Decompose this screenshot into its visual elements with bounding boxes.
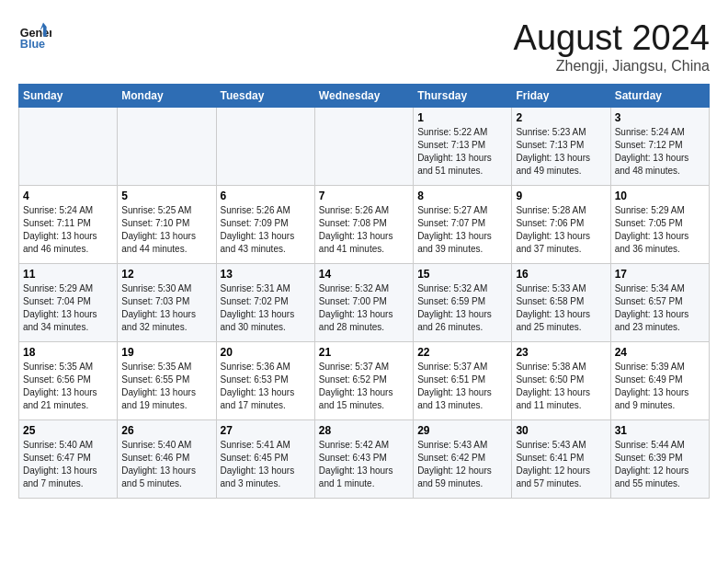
day-cell: 9Sunrise: 5:28 AM Sunset: 7:06 PM Daylig… <box>512 186 610 264</box>
day-info: Sunrise: 5:37 AM Sunset: 6:52 PM Dayligh… <box>319 361 409 412</box>
day-info: Sunrise: 5:27 AM Sunset: 7:07 PM Dayligh… <box>417 204 507 256</box>
day-number: 23 <box>516 346 606 359</box>
day-number: 15 <box>417 268 507 281</box>
calendar-header: Sunday Monday Tuesday Wednesday Thursday… <box>19 85 710 108</box>
col-saturday: Saturday <box>610 85 709 108</box>
col-wednesday: Wednesday <box>314 85 413 108</box>
day-number: 28 <box>319 424 409 437</box>
day-number: 5 <box>121 190 211 202</box>
header-row: Sunday Monday Tuesday Wednesday Thursday… <box>19 85 710 108</box>
day-info: Sunrise: 5:40 AM Sunset: 6:46 PM Dayligh… <box>121 439 211 490</box>
day-cell: 14Sunrise: 5:32 AM Sunset: 7:00 PM Dayli… <box>314 264 413 342</box>
day-info: Sunrise: 5:23 AM Sunset: 7:13 PM Dayligh… <box>516 126 606 178</box>
day-cell: 17Sunrise: 5:34 AM Sunset: 6:57 PM Dayli… <box>610 264 709 342</box>
day-cell: 23Sunrise: 5:38 AM Sunset: 6:50 PM Dayli… <box>512 342 610 420</box>
week-row-2: 4Sunrise: 5:24 AM Sunset: 7:11 PM Daylig… <box>19 186 710 264</box>
day-info: Sunrise: 5:40 AM Sunset: 6:47 PM Dayligh… <box>23 439 113 490</box>
day-number: 25 <box>23 424 113 437</box>
day-info: Sunrise: 5:44 AM Sunset: 6:39 PM Dayligh… <box>615 439 705 490</box>
day-number: 4 <box>23 190 113 202</box>
day-number: 18 <box>23 346 113 359</box>
day-cell: 1Sunrise: 5:22 AM Sunset: 7:13 PM Daylig… <box>414 108 512 186</box>
day-info: Sunrise: 5:30 AM Sunset: 7:03 PM Dayligh… <box>121 282 211 334</box>
day-cell: 2Sunrise: 5:23 AM Sunset: 7:13 PM Daylig… <box>512 108 610 186</box>
day-cell: 12Sunrise: 5:30 AM Sunset: 7:03 PM Dayli… <box>118 264 216 342</box>
day-number: 21 <box>319 346 409 359</box>
day-cell: 6Sunrise: 5:26 AM Sunset: 7:09 PM Daylig… <box>216 186 314 264</box>
day-info: Sunrise: 5:32 AM Sunset: 7:00 PM Dayligh… <box>319 282 409 334</box>
day-info: Sunrise: 5:39 AM Sunset: 6:49 PM Dayligh… <box>615 361 705 412</box>
day-cell: 13Sunrise: 5:31 AM Sunset: 7:02 PM Dayli… <box>216 264 314 342</box>
day-cell: 7Sunrise: 5:26 AM Sunset: 7:08 PM Daylig… <box>314 186 413 264</box>
day-info: Sunrise: 5:41 AM Sunset: 6:45 PM Dayligh… <box>221 439 311 490</box>
day-info: Sunrise: 5:26 AM Sunset: 7:08 PM Dayligh… <box>319 204 409 256</box>
day-info: Sunrise: 5:33 AM Sunset: 6:58 PM Dayligh… <box>516 282 606 334</box>
day-number: 13 <box>221 268 311 281</box>
day-cell: 26Sunrise: 5:40 AM Sunset: 6:46 PM Dayli… <box>118 420 216 499</box>
day-cell: 18Sunrise: 5:35 AM Sunset: 6:56 PM Dayli… <box>19 342 118 420</box>
day-info: Sunrise: 5:35 AM Sunset: 6:55 PM Dayligh… <box>121 361 211 412</box>
day-info: Sunrise: 5:26 AM Sunset: 7:09 PM Dayligh… <box>221 204 311 256</box>
day-number: 9 <box>516 190 606 202</box>
day-cell: 4Sunrise: 5:24 AM Sunset: 7:11 PM Daylig… <box>19 186 118 264</box>
day-info: Sunrise: 5:25 AM Sunset: 7:10 PM Dayligh… <box>121 204 211 256</box>
col-friday: Friday <box>512 85 610 108</box>
day-info: Sunrise: 5:32 AM Sunset: 6:59 PM Dayligh… <box>417 282 507 334</box>
day-cell: 16Sunrise: 5:33 AM Sunset: 6:58 PM Dayli… <box>512 264 610 342</box>
calendar-body: 1Sunrise: 5:22 AM Sunset: 7:13 PM Daylig… <box>19 108 710 499</box>
day-number: 30 <box>516 424 606 437</box>
day-number: 29 <box>417 424 507 437</box>
day-cell: 19Sunrise: 5:35 AM Sunset: 6:55 PM Dayli… <box>118 342 216 420</box>
day-cell: 28Sunrise: 5:42 AM Sunset: 6:43 PM Dayli… <box>314 420 413 499</box>
day-number: 14 <box>319 268 409 281</box>
day-cell <box>314 108 413 186</box>
day-cell <box>19 108 118 186</box>
logo: General Blue <box>18 18 55 52</box>
day-cell: 24Sunrise: 5:39 AM Sunset: 6:49 PM Dayli… <box>610 342 709 420</box>
svg-text:Blue: Blue <box>20 38 45 51</box>
day-info: Sunrise: 5:35 AM Sunset: 6:56 PM Dayligh… <box>23 361 113 412</box>
day-info: Sunrise: 5:42 AM Sunset: 6:43 PM Dayligh… <box>319 439 409 490</box>
day-number: 6 <box>221 190 311 202</box>
day-cell: 3Sunrise: 5:24 AM Sunset: 7:12 PM Daylig… <box>610 108 709 186</box>
day-info: Sunrise: 5:43 AM Sunset: 6:41 PM Dayligh… <box>516 439 606 490</box>
week-row-1: 1Sunrise: 5:22 AM Sunset: 7:13 PM Daylig… <box>19 108 710 186</box>
day-number: 2 <box>516 111 606 124</box>
day-cell: 31Sunrise: 5:44 AM Sunset: 6:39 PM Dayli… <box>610 420 709 499</box>
day-number: 27 <box>221 424 311 437</box>
day-info: Sunrise: 5:38 AM Sunset: 6:50 PM Dayligh… <box>516 361 606 412</box>
day-info: Sunrise: 5:29 AM Sunset: 7:04 PM Dayligh… <box>23 282 113 334</box>
day-cell: 20Sunrise: 5:36 AM Sunset: 6:53 PM Dayli… <box>216 342 314 420</box>
day-cell: 22Sunrise: 5:37 AM Sunset: 6:51 PM Dayli… <box>414 342 512 420</box>
day-number: 1 <box>417 111 507 124</box>
col-monday: Monday <box>118 85 216 108</box>
day-info: Sunrise: 5:24 AM Sunset: 7:12 PM Dayligh… <box>615 126 705 178</box>
day-cell: 27Sunrise: 5:41 AM Sunset: 6:45 PM Dayli… <box>216 420 314 499</box>
day-number: 17 <box>615 268 705 281</box>
col-sunday: Sunday <box>19 85 118 108</box>
day-info: Sunrise: 5:29 AM Sunset: 7:05 PM Dayligh… <box>615 204 705 256</box>
day-number: 12 <box>121 268 211 281</box>
week-row-4: 18Sunrise: 5:35 AM Sunset: 6:56 PM Dayli… <box>19 342 710 420</box>
day-info: Sunrise: 5:37 AM Sunset: 6:51 PM Dayligh… <box>417 361 507 412</box>
day-info: Sunrise: 5:22 AM Sunset: 7:13 PM Dayligh… <box>417 126 507 178</box>
day-info: Sunrise: 5:28 AM Sunset: 7:06 PM Dayligh… <box>516 204 606 256</box>
location-subtitle: Zhengji, Jiangsu, China <box>514 58 710 75</box>
day-info: Sunrise: 5:43 AM Sunset: 6:42 PM Dayligh… <box>417 439 507 490</box>
day-number: 7 <box>319 190 409 202</box>
day-number: 8 <box>417 190 507 202</box>
col-thursday: Thursday <box>414 85 512 108</box>
day-number: 19 <box>121 346 211 359</box>
day-number: 20 <box>221 346 311 359</box>
day-number: 10 <box>615 190 705 202</box>
day-number: 16 <box>516 268 606 281</box>
header: General Blue August 2024 Zhengji, Jiangs… <box>18 18 710 75</box>
month-title: August 2024 <box>514 18 710 58</box>
day-number: 22 <box>417 346 507 359</box>
day-info: Sunrise: 5:31 AM Sunset: 7:02 PM Dayligh… <box>221 282 311 334</box>
day-number: 11 <box>23 268 113 281</box>
day-cell: 8Sunrise: 5:27 AM Sunset: 7:07 PM Daylig… <box>414 186 512 264</box>
day-cell: 30Sunrise: 5:43 AM Sunset: 6:41 PM Dayli… <box>512 420 610 499</box>
week-row-5: 25Sunrise: 5:40 AM Sunset: 6:47 PM Dayli… <box>19 420 710 499</box>
day-cell <box>118 108 216 186</box>
